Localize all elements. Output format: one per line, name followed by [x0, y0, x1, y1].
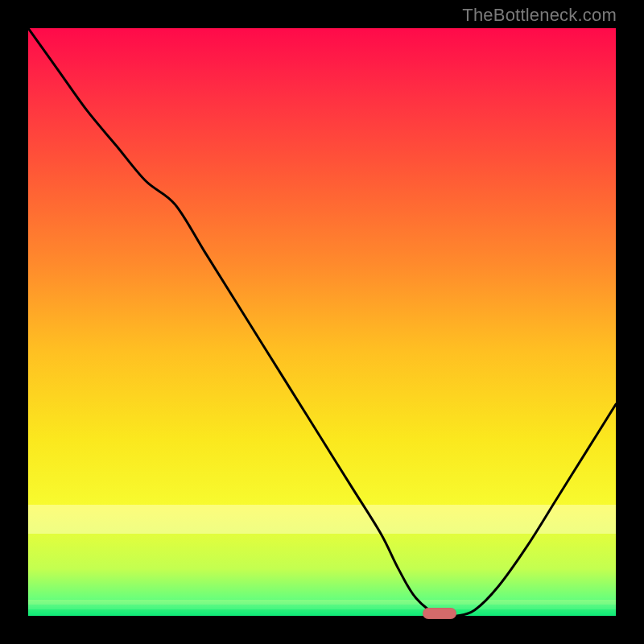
- gradient-band: [28, 600, 616, 605]
- optimum-marker: [423, 608, 456, 619]
- plot-area: [28, 28, 616, 616]
- gradient-band: [28, 605, 616, 609]
- gradient-band: [28, 609, 616, 616]
- gradient-band: [28, 505, 616, 534]
- watermark-text: TheBottleneck.com: [462, 5, 617, 26]
- curve-path: [28, 28, 616, 616]
- bottleneck-curve: [28, 28, 616, 616]
- chart-frame: TheBottleneck.com: [0, 0, 644, 644]
